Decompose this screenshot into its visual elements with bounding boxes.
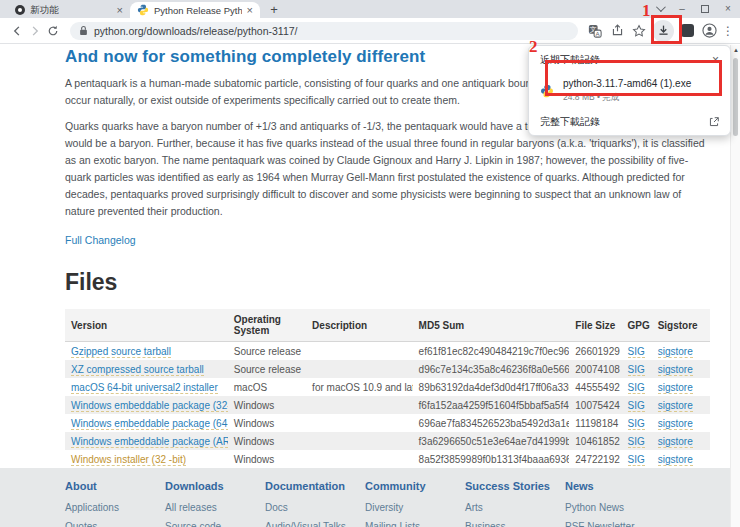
version-link[interactable]: Windows embeddable package (64-bit)	[71, 418, 228, 430]
footer-column: NewsPython NewsPSF Newsletter	[565, 480, 665, 527]
gpg-sig-link[interactable]: SIG	[628, 364, 645, 376]
footer-link[interactable]: Quotes	[65, 521, 165, 527]
footer-column-heading[interactable]: About	[65, 480, 165, 492]
browser-window: 新功能 × Python Release Python 3.11.7 × + –…	[0, 0, 740, 527]
footer-link[interactable]: PSF Newsletter	[565, 521, 665, 527]
md5-cell: f6fa152aa4259f51604f5bbaf5a5f4c4	[413, 396, 570, 414]
footer-link[interactable]: Docs	[265, 502, 365, 513]
new-tab-button[interactable]: +	[266, 1, 282, 17]
profile-avatar-icon[interactable]	[700, 21, 718, 41]
gpg-sig-link[interactable]: SIG	[628, 454, 645, 466]
tab-title: 新功能	[30, 4, 112, 17]
filesize-cell: 20074108	[569, 360, 621, 378]
forward-icon[interactable]	[26, 22, 44, 40]
gpg-sig-link[interactable]: SIG	[628, 418, 645, 430]
footer-link[interactable]: Business	[465, 521, 565, 527]
sigstore-link[interactable]: sigstore	[658, 364, 693, 376]
gpg-sig-link[interactable]: SIG	[628, 436, 645, 448]
os-cell: Windows	[228, 396, 306, 414]
table-row: Windows embeddable package (ARM64)Window…	[65, 432, 710, 450]
md5-cell: 89b63192da4def3d0d4f17ff06a33064	[413, 378, 570, 396]
reload-icon[interactable]	[44, 22, 62, 40]
os-cell: Source release	[228, 342, 306, 361]
description-cell	[306, 342, 412, 361]
sigstore-link[interactable]: sigstore	[658, 400, 693, 412]
sigstore-link[interactable]: sigstore	[658, 382, 693, 394]
window-close-icon[interactable]: ×	[722, 1, 734, 16]
footer-column-heading[interactable]: Community	[365, 480, 465, 492]
files-heading: Files	[65, 269, 730, 296]
filesize-cell: 11198184	[569, 414, 621, 432]
version-link[interactable]: macOS 64-bit universal2 installer	[71, 382, 218, 394]
sigstore-link[interactable]: sigstore	[658, 418, 693, 430]
footer-column-heading[interactable]: News	[565, 480, 665, 492]
description-cell	[306, 360, 412, 378]
python-favicon	[137, 4, 149, 16]
maximize-icon[interactable]	[701, 5, 709, 13]
tab-python-release[interactable]: Python Release Python 3.11.7 ×	[130, 2, 260, 18]
share-icon[interactable]	[608, 21, 626, 41]
tab-close-icon[interactable]: ×	[117, 5, 123, 16]
description-cell	[306, 432, 412, 450]
os-cell: Source release	[228, 360, 306, 378]
os-cell: Windows	[228, 450, 306, 468]
annotation-step-1: 1	[642, 1, 651, 21]
lock-icon	[79, 25, 88, 36]
footer-link[interactable]: All releases	[165, 502, 265, 513]
annotation-step-2: 2	[529, 37, 538, 57]
tab-close-icon[interactable]: ×	[247, 5, 253, 16]
full-download-history-link[interactable]: 完整下載記錄	[529, 110, 730, 130]
tab-search-chevron-icon[interactable]	[656, 2, 666, 12]
scrollbar-thumb[interactable]	[733, 58, 738, 136]
gpg-sig-link[interactable]: SIG	[628, 382, 645, 394]
footer-link[interactable]: Arts	[465, 502, 565, 513]
column-header[interactable]: Sigstore	[652, 309, 710, 342]
full-changelog-link[interactable]: Full Changelog	[65, 234, 136, 246]
description-cell: for macOS 10.9 and later	[306, 378, 412, 396]
footer-link[interactable]: Mailing Lists	[365, 521, 465, 527]
footer-column: CommunityDiversityMailing Lists	[365, 480, 465, 527]
sigstore-link[interactable]: sigstore	[658, 346, 693, 358]
address-bar[interactable]: python.org/downloads/release/python-3117…	[70, 22, 578, 40]
description-cell	[306, 450, 412, 468]
column-header: Version	[65, 309, 228, 342]
gpg-sig-link[interactable]: SIG	[628, 400, 645, 412]
filesize-cell: 26601929	[569, 342, 621, 361]
minimize-icon[interactable]: –	[676, 1, 688, 16]
translate-icon[interactable]: 文A	[586, 21, 604, 41]
gpg-sig-link[interactable]: SIG	[628, 346, 645, 358]
version-link[interactable]: Gzipped source tarball	[71, 346, 171, 358]
footer-column-heading[interactable]: Downloads	[165, 480, 265, 492]
column-header: MD5 Sum	[413, 309, 570, 342]
tab-strip: 新功能 × Python Release Python 3.11.7 × + –…	[0, 0, 740, 18]
footer-link[interactable]: Python News	[565, 502, 665, 513]
footer-link[interactable]: Diversity	[365, 502, 465, 513]
version-link[interactable]: Windows installer (32 -bit)	[71, 454, 186, 466]
filesize-cell: 24722192	[569, 450, 621, 468]
footer-column-heading[interactable]: Success Stories	[465, 480, 565, 492]
page-scrollbar[interactable]: ▲	[730, 45, 740, 527]
url-text: python.org/downloads/release/python-3117…	[94, 25, 298, 37]
menu-dots-icon[interactable]: ⋮	[722, 24, 732, 38]
md5-cell: 8a52f3859989f0b1313f4baaa6936410	[413, 450, 570, 468]
scroll-up-icon[interactable]: ▲	[733, 47, 739, 53]
side-panel-glyph	[681, 24, 694, 37]
sigstore-link[interactable]: sigstore	[658, 436, 693, 448]
browser-toolbar: python.org/downloads/release/python-3117…	[0, 18, 740, 44]
footer-link[interactable]: Source code	[165, 521, 265, 527]
version-link[interactable]: Windows embeddable package (ARM64)	[71, 436, 228, 448]
table-row: macOS 64-bit universal2 installermacOSfo…	[65, 378, 710, 396]
sigstore-link[interactable]: sigstore	[658, 454, 693, 466]
tab-whats-new[interactable]: 新功能 ×	[8, 2, 130, 18]
filesize-cell: 44555492	[569, 378, 621, 396]
column-header: File Size	[569, 309, 621, 342]
annotation-box-downloaded-file	[545, 60, 722, 96]
footer-link[interactable]: Applications	[65, 502, 165, 513]
footer-column-heading[interactable]: Documentation	[265, 480, 365, 492]
bookmark-star-icon[interactable]	[630, 21, 648, 41]
version-link[interactable]: XZ compressed source tarball	[71, 364, 204, 376]
version-link[interactable]: Windows embeddable package (32-bit)	[71, 400, 228, 412]
back-icon[interactable]	[8, 22, 26, 40]
column-header: Operating System	[228, 309, 306, 342]
footer-link[interactable]: Audio/Visual Talks	[265, 521, 365, 527]
